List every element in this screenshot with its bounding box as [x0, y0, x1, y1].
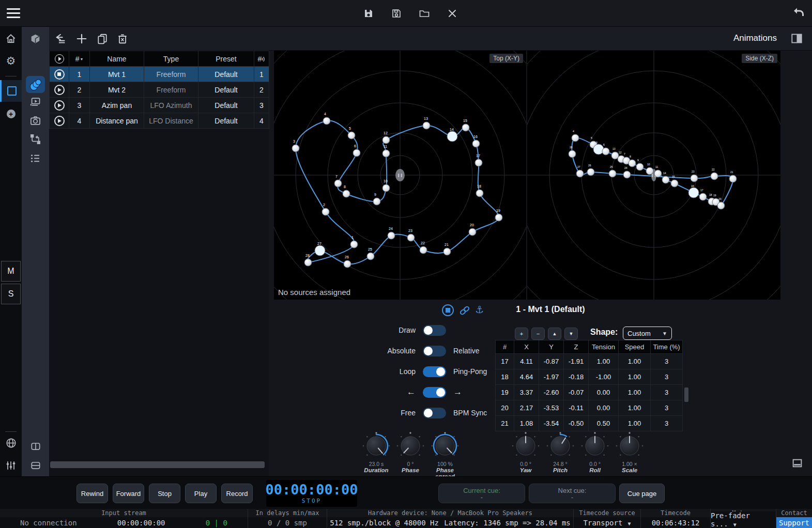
- path-point[interactable]: [729, 175, 737, 182]
- path-point[interactable]: [587, 168, 594, 176]
- path-point[interactable]: [462, 124, 469, 131]
- support-button[interactable]: Support: [776, 517, 812, 528]
- delete-icon[interactable]: [116, 32, 129, 45]
- path-point[interactable]: [569, 150, 576, 158]
- path-point[interactable]: [420, 246, 427, 254]
- phase-knob[interactable]: 0 ° Phase: [393, 431, 427, 473]
- knob-dial[interactable]: [511, 431, 540, 460]
- point-row-20[interactable]: 202.17-3.53-0.110.001.003: [496, 400, 683, 416]
- table-row-distance-pan[interactable]: 4 Distance pan LFO Distance Default 4: [50, 113, 269, 129]
- pitch-knob[interactable]: 24.8 ° Pitch: [543, 431, 577, 473]
- row-transport-icon[interactable]: [50, 82, 69, 98]
- path-point[interactable]: [699, 193, 707, 200]
- path-point[interactable]: [572, 134, 579, 142]
- path-point[interactable]: [334, 180, 342, 187]
- direction-toggle[interactable]: [423, 387, 446, 398]
- path-point[interactable]: [602, 148, 609, 155]
- path-point[interactable]: [691, 175, 698, 182]
- path-point[interactable]: [382, 136, 390, 144]
- media-library-icon[interactable]: [22, 96, 49, 108]
- path-point[interactable]: [407, 234, 415, 241]
- path-point[interactable]: [671, 180, 678, 187]
- move-point-down-button[interactable]: ▼: [564, 328, 578, 340]
- sidebar-item-panels-selected[interactable]: [0, 80, 22, 102]
- mixer-sliders-icon[interactable]: [0, 460, 22, 471]
- table-row-azim-pan[interactable]: 3 Azim pan LFO Azimuth Default 3: [50, 98, 269, 113]
- path-point[interactable]: [636, 163, 644, 170]
- save-as-icon[interactable]: [390, 7, 403, 20]
- duration-knob[interactable]: 23.0 s Duration: [359, 431, 393, 473]
- path-point[interactable]: [593, 144, 604, 154]
- shape-dropdown[interactable]: Custom ▼: [623, 327, 672, 340]
- path-point[interactable]: [367, 253, 374, 260]
- play-column-header[interactable]: [50, 51, 69, 67]
- path-point[interactable]: [350, 241, 358, 248]
- path-point[interactable]: [443, 248, 451, 255]
- table-row-mvt2[interactable]: 2 Mvt 2 Freeform Default 2: [50, 82, 269, 98]
- list-icon[interactable]: [22, 152, 49, 164]
- play-button[interactable]: Play: [185, 484, 217, 503]
- link-icon[interactable]: [459, 306, 470, 315]
- path-point[interactable]: [353, 149, 360, 157]
- point-row-19[interactable]: 193.37-2.60-0.070.001.003: [496, 385, 683, 400]
- yaw-knob[interactable]: 0.0 ° Yaw: [509, 431, 543, 473]
- free-bpmsync-toggle[interactable]: [423, 408, 446, 418]
- meters-dropdown[interactable]: Pre-fader s...▼: [711, 511, 776, 528]
- monitor-icon[interactable]: [792, 458, 803, 469]
- radar-side-xz[interactable]: 4536131278910111415161718192021222324252…: [527, 51, 780, 300]
- speaker-column-header[interactable]: #: [254, 51, 269, 67]
- add-page-icon[interactable]: +: [0, 110, 22, 118]
- number-column-header[interactable]: #▼: [69, 51, 90, 67]
- save-icon[interactable]: [362, 7, 375, 20]
- path-point[interactable]: [629, 160, 636, 167]
- path-point[interactable]: [323, 117, 330, 125]
- solo-button[interactable]: S: [1, 284, 21, 304]
- path-point[interactable]: [423, 122, 430, 129]
- stop-circle-icon[interactable]: [442, 304, 454, 316]
- split-horizontal-icon[interactable]: [22, 460, 49, 471]
- stop-button[interactable]: Stop: [149, 484, 180, 503]
- point-row-18[interactable]: 184.64-1.97-0.18-1.001.003: [496, 369, 683, 385]
- path-point[interactable]: [388, 232, 395, 239]
- rewind-button[interactable]: Rewind: [76, 484, 108, 503]
- points-table-scrollbar[interactable]: [684, 387, 688, 402]
- knob-dial[interactable]: [396, 431, 425, 460]
- cue-page-button[interactable]: Cue page: [619, 484, 665, 503]
- routing-icon[interactable]: [22, 133, 49, 145]
- name-column-header[interactable]: Name: [90, 51, 144, 67]
- globe-icon[interactable]: [0, 437, 22, 449]
- duplicate-icon[interactable]: [96, 32, 109, 45]
- path-point[interactable]: [322, 208, 329, 215]
- knob-dial[interactable]: [546, 431, 575, 460]
- timecode-source-dropdown[interactable]: Transport▼: [574, 517, 640, 528]
- row-transport-icon[interactable]: [50, 98, 69, 113]
- path-point[interactable]: [469, 228, 476, 236]
- knob-dial[interactable]: [615, 431, 644, 460]
- row-transport-icon[interactable]: [50, 67, 69, 82]
- absolute-relative-toggle[interactable]: [423, 346, 446, 356]
- split-vertical-icon[interactable]: [22, 441, 49, 452]
- camera-icon[interactable]: [22, 115, 49, 127]
- path-point[interactable]: [495, 214, 502, 221]
- knob-dial[interactable]: [580, 431, 609, 460]
- open-folder-icon[interactable]: [418, 7, 431, 20]
- table-row-mvt1[interactable]: 1 Mvt 1 Freeform Default 1: [50, 67, 269, 82]
- path-point[interactable]: [576, 170, 584, 177]
- scale-knob[interactable]: 1.00 × Scale: [612, 431, 647, 473]
- knob-dial[interactable]: [362, 431, 391, 460]
- horizontal-scrollbar[interactable]: [50, 461, 265, 468]
- radar-canvas[interactable]: 1234567891011121314151617181920212223242…: [274, 51, 526, 300]
- path-point[interactable]: [382, 150, 390, 157]
- draw-toggle[interactable]: [423, 325, 446, 336]
- remove-point-button[interactable]: −: [531, 328, 545, 340]
- panel-toggle-icon[interactable]: [791, 33, 803, 44]
- loop-pingpong-toggle[interactable]: [423, 366, 446, 377]
- add-point-button[interactable]: +: [515, 328, 528, 340]
- path-point[interactable]: [623, 171, 631, 178]
- path-point[interactable]: [348, 132, 355, 139]
- type-column-header[interactable]: Type: [144, 51, 198, 67]
- path-point[interactable]: [343, 190, 350, 197]
- path-point[interactable]: [315, 245, 325, 256]
- path-point[interactable]: [344, 260, 351, 268]
- objects-cube-icon[interactable]: [22, 33, 49, 45]
